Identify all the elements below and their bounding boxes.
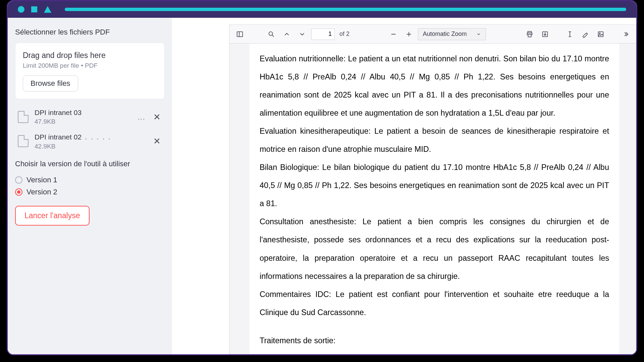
print-icon[interactable]: [523, 28, 536, 41]
prev-page-icon[interactable]: [280, 28, 293, 41]
svg-point-2: [269, 32, 273, 35]
svg-line-3: [272, 35, 274, 37]
draw-tool-icon[interactable]: [579, 28, 592, 41]
radio-label: Version 1: [26, 176, 57, 184]
zoom-select-label: Automatic Zoom: [423, 31, 467, 38]
pdf-page-sheet: Evaluation nutritionnelle: Le patient a …: [250, 44, 619, 354]
doc-paragraph: Consultation anesthesiste: Le patient a …: [260, 213, 609, 285]
image-tool-icon[interactable]: [594, 28, 607, 41]
svg-rect-14: [598, 32, 603, 37]
doc-paragraph: Evaluation kinesitherapeutique: Le patie…: [260, 122, 609, 158]
page-total-label: of 2: [339, 31, 350, 38]
next-page-icon[interactable]: [296, 28, 309, 41]
zoom-select[interactable]: Automatic Zoom: [418, 28, 486, 40]
version-radio-group: Version 1 Version 2: [15, 176, 165, 196]
pdf-page-area[interactable]: Evaluation nutritionnelle: Le patient a …: [229, 44, 636, 354]
file-name-ellipsis-icon: . . . . .: [85, 132, 111, 141]
dropzone-title: Drag and drop files here: [23, 51, 157, 60]
text-tool-icon[interactable]: [564, 28, 576, 41]
file-icon: [17, 134, 29, 148]
version-option-1[interactable]: Version 1: [15, 176, 165, 184]
document-body: Evaluation nutritionnelle: Le patient a …: [260, 50, 609, 350]
file-remove-button[interactable]: ✕: [151, 136, 163, 146]
launch-analysis-button[interactable]: Lancer l'analyse: [15, 206, 90, 226]
file-row: DPI intranet 02 . . . . . 42.9KB ✕: [15, 129, 165, 154]
svg-rect-8: [528, 34, 531, 37]
main-panel: of 2 Automatic Zoom: [172, 18, 636, 354]
doc-heading: Traitements de sortie:: [260, 331, 609, 350]
radio-icon: [15, 188, 22, 196]
doc-paragraph: Bilan Biologique: Le bilan biologique du…: [260, 158, 609, 213]
title-bar-progress: [65, 8, 626, 11]
version-label: Choisir la version de l'outil à utiliser: [15, 160, 165, 168]
file-list: DPI intranet 03 47.9KB … ✕ DPI intranet …: [15, 105, 165, 154]
zoom-out-icon[interactable]: [387, 28, 400, 41]
file-select-label: Sélectionner les fichiers PDF: [15, 28, 165, 37]
dropzone-subtitle: Limit 200MB per file • PDF: [23, 62, 157, 69]
chevron-down-icon: [476, 32, 481, 37]
doc-paragraph: Evaluation nutritionnelle: Le patient a …: [260, 50, 609, 122]
svg-point-15: [599, 33, 600, 34]
pdf-viewer: of 2 Automatic Zoom: [229, 24, 636, 354]
browse-files-button[interactable]: Browse files: [23, 75, 78, 92]
file-remove-button[interactable]: ✕: [151, 112, 163, 122]
app-window: Sélectionner les fichiers PDF Drag and d…: [7, 0, 637, 355]
window-control-square-icon[interactable]: [31, 6, 37, 12]
file-name: DPI intranet 03: [35, 109, 132, 117]
file-dropzone[interactable]: Drag and drop files here Limit 200MB per…: [15, 43, 165, 99]
page-number-input[interactable]: [311, 28, 335, 40]
file-more-icon[interactable]: …: [137, 112, 146, 122]
zoom-in-icon[interactable]: [402, 28, 415, 41]
title-bar: [8, 1, 636, 18]
doc-paragraph: Commentaires IDC: Le patient est confian…: [260, 285, 609, 321]
file-row: DPI intranet 03 47.9KB … ✕: [15, 105, 165, 129]
file-name: DPI intranet 02: [35, 133, 82, 141]
window-control-triangle-icon[interactable]: [44, 6, 51, 13]
svg-rect-0: [237, 32, 243, 37]
file-size: 47.9KB: [35, 118, 132, 125]
file-icon: [17, 110, 29, 124]
sidebar-toggle-icon[interactable]: [233, 28, 246, 41]
pdf-toolbar: of 2 Automatic Zoom: [229, 25, 636, 44]
content-area: Sélectionner les fichiers PDF Drag and d…: [8, 18, 636, 354]
download-icon[interactable]: [539, 28, 551, 41]
search-icon[interactable]: [265, 28, 278, 41]
file-size: 42.9KB: [35, 143, 146, 150]
more-tools-icon[interactable]: [619, 28, 632, 41]
version-option-2[interactable]: Version 2: [15, 188, 165, 196]
radio-icon: [15, 176, 22, 184]
window-control-circle-icon[interactable]: [18, 6, 24, 13]
radio-label: Version 2: [26, 188, 57, 196]
sidebar: Sélectionner les fichiers PDF Drag and d…: [8, 18, 172, 354]
